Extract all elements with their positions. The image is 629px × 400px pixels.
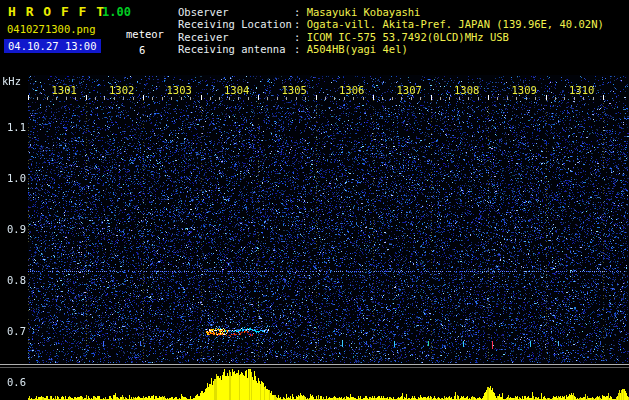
info-label: Receiving Location xyxy=(178,18,294,30)
info-colon: : xyxy=(294,18,307,30)
info-colon: : xyxy=(294,6,307,18)
info-value: Masayuki Kobayashi xyxy=(307,6,421,18)
info-label: Receiver xyxy=(178,31,294,43)
info-label: Receiving antenna xyxy=(178,43,294,55)
info-value: A504HB(yagi 4el) xyxy=(307,43,408,55)
meteor-count: 6 xyxy=(139,44,145,56)
info-value: Ogata-vill. Akita-Pref. JAPAN (139.96E, … xyxy=(307,18,604,30)
hrofft-window: H R O F F T 1.00 0410271300.png meteor 0… xyxy=(0,0,629,400)
info-row-3: Receiving antenna: A504HB(yagi 4el) xyxy=(178,43,604,55)
info-row-1: Receiving Location: Ogata-vill. Akita-Pr… xyxy=(178,18,604,30)
info-colon: : xyxy=(294,31,307,43)
app-version: 1.00 xyxy=(102,5,131,19)
app-title: H R O F F T xyxy=(8,4,105,19)
datetime-badge: 04.10.27 13:00 xyxy=(4,39,101,53)
info-label: Observer xyxy=(178,6,294,18)
info-row-0: Observer: Masayuki Kobayashi xyxy=(178,6,604,18)
mode-label: meteor xyxy=(126,28,164,40)
header-bar: H R O F F T 1.00 0410271300.png meteor 0… xyxy=(0,0,629,75)
output-filename: 0410271300.png xyxy=(7,23,96,35)
info-row-2: Receiver: ICOM IC-575 53.7492(0LCD)MHz U… xyxy=(178,31,604,43)
info-colon: : xyxy=(294,43,307,55)
station-info: Observer: Masayuki KobayashiReceiving Lo… xyxy=(178,6,604,55)
info-value: ICOM IC-575 53.7492(0LCD)MHz USB xyxy=(307,31,509,43)
